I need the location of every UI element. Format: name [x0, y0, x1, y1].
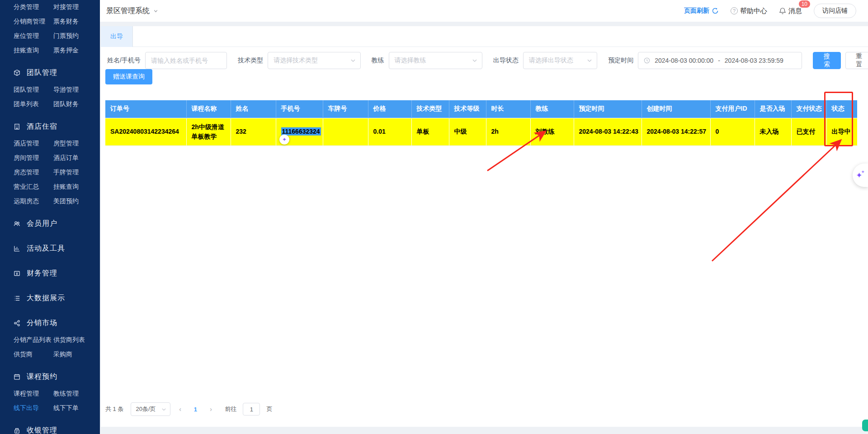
sidebar-section-酒店住宿[interactable]: 酒店住宿: [0, 117, 100, 136]
export-status-select[interactable]: 请选择出导状态: [523, 52, 597, 69]
search-button[interactable]: 搜索: [813, 52, 840, 69]
sidebar-item-团队管理[interactable]: 团队管理: [14, 86, 53, 94]
refresh-icon: [712, 7, 719, 14]
clock-icon: [644, 57, 650, 64]
sidebar-item-课程管理[interactable]: 课程管理: [14, 390, 53, 398]
tech-type-label: 技术类型: [238, 56, 263, 65]
sidebar-item-房型管理[interactable]: 房型管理: [53, 140, 100, 148]
messages-button[interactable]: 消息 10: [779, 7, 802, 15]
sidebar-item-团单列表[interactable]: 团单列表: [14, 100, 53, 108]
sidebar-item-酒店订单[interactable]: 酒店订单: [53, 154, 100, 162]
sidebar-section-收银管理[interactable]: 收银管理: [0, 420, 100, 434]
list-icon: [13, 294, 21, 302]
cell-支付状态: 已支付: [791, 118, 826, 145]
visit-shop-button[interactable]: 访问店铺: [814, 4, 856, 18]
sidebar-item-酒店管理[interactable]: 酒店管理: [14, 140, 53, 148]
sidebar-link-row: 分销产品列表供货商列表: [0, 333, 100, 347]
column-header-课程名称: 课程名称: [186, 100, 231, 118]
tab-chudao[interactable]: 出导: [101, 26, 133, 47]
sidebar-menu: 分类管理对接管理分销商管理票务财务座位管理门票预约挂账查询票务押金团队管理团队管…: [0, 0, 100, 434]
sidebar-item-分销商管理[interactable]: 分销商管理: [14, 18, 53, 26]
sidebar-section-财务管理[interactable]: 财务管理: [0, 263, 100, 283]
sidebar-item-导游管理[interactable]: 导游管理: [53, 86, 100, 94]
page-size-select[interactable]: 20条/页: [131, 402, 170, 416]
sidebar-item-对接管理[interactable]: 对接管理: [53, 3, 100, 11]
tech-type-select[interactable]: 请选择技术类型: [268, 52, 360, 69]
messages-label: 消息: [788, 7, 802, 15]
prev-page-button[interactable]: ‹: [174, 406, 186, 413]
sidebar-item-远期房态[interactable]: 远期房态: [14, 197, 53, 205]
sidebar-link-row: 挂账查询票务押金: [0, 43, 100, 58]
teal-corner-widget[interactable]: [862, 420, 868, 431]
topbar: 景区管理系统 页面刷新 ? 帮助中心 消息 10 访问店铺: [100, 0, 868, 22]
selection-sparkle-icon[interactable]: ✦: [279, 135, 289, 145]
sidebar-section-会员用户[interactable]: 会员用户: [0, 214, 100, 233]
cell-技术类型: 单板: [411, 118, 449, 145]
sidebar-item-线下下单[interactable]: 线下下单: [53, 404, 100, 412]
sidebar-item-美团预约[interactable]: 美团预约: [53, 197, 100, 205]
next-page-button[interactable]: ›: [205, 406, 217, 413]
sidebar-item-手牌管理[interactable]: 手牌管理: [53, 168, 100, 177]
sidebar-section-label: 财务管理: [27, 269, 57, 278]
cell-创建时间: 2024-08-03 14:22:57: [642, 118, 710, 145]
reserve-time-range-picker[interactable]: 2024-08-03 00:00:00 - 2024-08-03 23:59:5…: [638, 52, 802, 69]
cell-支付用户ID: 0: [710, 118, 755, 145]
sidebar-item-挂账查询[interactable]: 挂账查询: [53, 183, 100, 191]
goto-page-input[interactable]: [243, 403, 260, 415]
help-center-button[interactable]: ? 帮助中心: [731, 7, 767, 15]
name-phone-input[interactable]: [146, 57, 226, 64]
sidebar-link-row: 线下出导线下下单: [0, 401, 100, 415]
cell-订单号: SA20240803142234264: [105, 118, 186, 145]
sidebar-item-营业汇总[interactable]: 营业汇总: [14, 183, 53, 191]
export-status-label: 出导状态: [493, 56, 519, 65]
name-phone-label: 姓名/手机号: [107, 56, 141, 65]
sidebar-item-票务财务[interactable]: 票务财务: [53, 18, 100, 26]
sidebar-item-供货商[interactable]: 供货商: [14, 350, 53, 359]
coach-select[interactable]: 请选择教练: [389, 52, 482, 69]
sidebar-item-线下出导[interactable]: 线下出导: [14, 404, 53, 412]
select-chevron-icon: [587, 58, 592, 63]
table-body: SA202408031422342642h中级滑道单板教学23211166632…: [105, 118, 857, 145]
page-title: 景区管理系统: [106, 6, 150, 16]
sidebar-item-门票预约[interactable]: 门票预约: [53, 32, 100, 40]
column-header-订单号: 订单号: [105, 100, 186, 118]
column-header-支付用户ID: 支付用户ID: [710, 100, 755, 118]
sidebar-section-课程预约[interactable]: 课程预约: [0, 367, 100, 387]
sidebar-item-座位管理[interactable]: 座位管理: [14, 32, 53, 40]
sidebar-section-大数据展示[interactable]: 大数据展示: [0, 288, 100, 308]
sidebar-item-团队财务[interactable]: 团队财务: [53, 100, 100, 108]
sidebar-section-label: 分销市场: [27, 318, 57, 328]
column-header-状态: 状态: [826, 100, 857, 118]
cell-是否入场: 未入场: [755, 118, 791, 145]
sidebar-section-label: 会员用户: [27, 219, 57, 229]
coach-placeholder: 请选择教练: [395, 56, 426, 65]
sidebar-link-row: 房间管理酒店订单: [0, 151, 100, 165]
sidebar-item-采购商[interactable]: 采购商: [53, 350, 100, 359]
sidebar-link-row: 房态管理手牌管理: [0, 165, 100, 180]
reset-button[interactable]: 重置: [845, 52, 868, 69]
sidebar-item-供货商列表[interactable]: 供货商列表: [53, 336, 100, 344]
sidebar-item-挂账查询[interactable]: 挂账查询: [14, 47, 53, 55]
sidebar-section-分销市场[interactable]: 分销市场: [0, 313, 100, 333]
cell-教练: 刘教练: [530, 118, 574, 145]
sidebar-item-票务押金[interactable]: 票务押金: [53, 47, 100, 55]
content-card: 出导 姓名/手机号 技术类型 请选择技术类型 教练 请选择教练 出导状态 请选择…: [101, 26, 868, 427]
pagination-total: 共 1 条: [105, 405, 123, 413]
sidebar-item-房态管理[interactable]: 房态管理: [14, 168, 53, 177]
system-title-dropdown[interactable]: 景区管理系统: [106, 6, 158, 16]
share-icon: [13, 319, 21, 327]
name-phone-field-wrap: [145, 52, 227, 69]
tech-type-placeholder: 请选择技术类型: [274, 56, 318, 65]
sidebar-item-教练管理[interactable]: 教练管理: [53, 390, 100, 398]
page-size-value: 20条/页: [136, 405, 156, 413]
sidebar-item-房间管理[interactable]: 房间管理: [14, 154, 53, 162]
sidebar-item-分销产品列表[interactable]: 分销产品列表: [14, 336, 53, 344]
sidebar-link-row: 课程管理教练管理: [0, 387, 100, 401]
sidebar-item-分类管理[interactable]: 分类管理: [14, 3, 53, 11]
gift-course-query-button[interactable]: 赠送课查询: [105, 69, 152, 84]
current-page-button[interactable]: 1: [189, 406, 201, 413]
table-row[interactable]: SA202408031422342642h中级滑道单板教学23211166632…: [105, 118, 857, 145]
page-refresh-button[interactable]: 页面刷新: [684, 7, 719, 15]
sidebar-section-团队管理[interactable]: 团队管理: [0, 63, 100, 83]
sidebar-section-活动及工具[interactable]: 活动及工具: [0, 238, 100, 258]
